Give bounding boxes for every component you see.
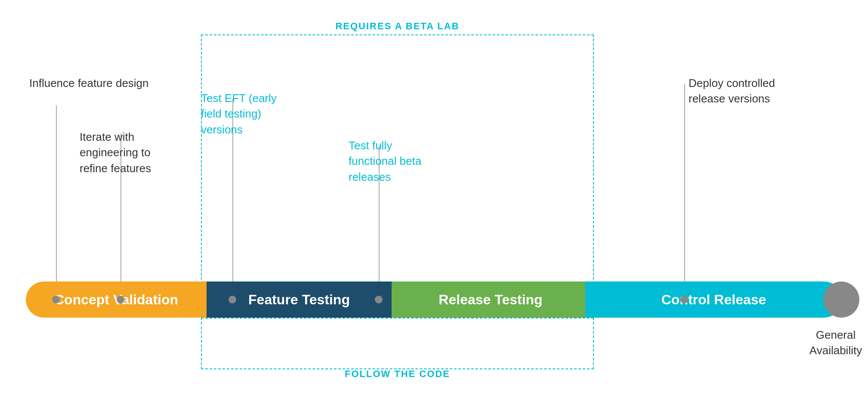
segment-control-release: Control Release bbox=[585, 281, 842, 318]
dot-4 bbox=[375, 296, 383, 303]
end-circle bbox=[823, 281, 859, 318]
annotation-beta: Test fullyfunctional betareleases bbox=[349, 138, 421, 185]
annotation-iterate: Iterate withengineering torefine feature… bbox=[80, 129, 151, 176]
vline-1 bbox=[56, 105, 57, 286]
dot-3 bbox=[229, 296, 236, 303]
vline-5 bbox=[684, 84, 685, 286]
general-availability-label: General Availability bbox=[808, 327, 864, 359]
segment-concept-label: Concept Validation bbox=[54, 292, 178, 308]
segment-control-label: Control Release bbox=[661, 292, 766, 308]
requires-beta-lab-label: REQUIRES A BETA LAB bbox=[201, 21, 594, 32]
dot-2 bbox=[117, 296, 124, 303]
annotation-deploy: Deploy controlledrelease versions bbox=[689, 75, 775, 107]
dot-1 bbox=[52, 296, 60, 303]
segment-feature-label: Feature Testing bbox=[248, 292, 350, 308]
annotation-eft: Test EFT (earlyfield testing)versions bbox=[201, 90, 277, 137]
follow-the-code-box bbox=[201, 318, 594, 369]
dot-5 bbox=[680, 296, 688, 303]
segment-release-testing: Release Testing bbox=[392, 281, 590, 318]
segment-release-label: Release Testing bbox=[439, 292, 542, 308]
annotation-influence: Influence feature design bbox=[29, 75, 149, 91]
timeline-bar: Concept Validation Feature Testing Relea… bbox=[26, 281, 842, 318]
follow-the-code-label: FOLLOW THE CODE bbox=[201, 368, 594, 380]
diagram-container: REQUIRES A BETA LAB FOLLOW THE CODE Infl… bbox=[0, 0, 868, 399]
